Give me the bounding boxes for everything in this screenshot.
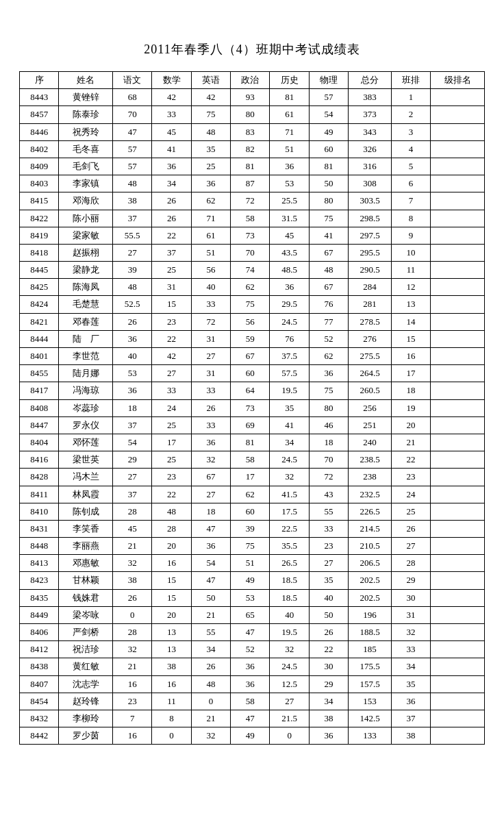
table-cell: 70 bbox=[113, 106, 152, 123]
table-cell: 8457 bbox=[20, 106, 59, 123]
table-row: 8419梁家敏55.52261734541297.59 bbox=[20, 227, 485, 244]
table-cell: 48 bbox=[113, 175, 152, 192]
col-header-chinese: 语文 bbox=[113, 72, 152, 89]
table-cell: 41 bbox=[152, 140, 191, 158]
table-cell: 56 bbox=[191, 262, 230, 279]
table-cell: 67 bbox=[309, 279, 348, 296]
table-cell: 62 bbox=[191, 192, 230, 210]
table-cell: 72 bbox=[191, 313, 230, 330]
table-cell: 24.5 bbox=[270, 658, 309, 675]
table-cell: 93 bbox=[231, 89, 270, 106]
table-cell: 严剑桥 bbox=[59, 624, 113, 641]
col-header-grade-rank: 级排名 bbox=[431, 72, 485, 89]
table-row: 8409毛剑飞5736258136813165 bbox=[20, 158, 485, 175]
table-cell: 41 bbox=[309, 227, 348, 244]
table-cell: 53 bbox=[113, 365, 152, 382]
table-cell bbox=[431, 192, 485, 210]
table-cell: 82 bbox=[231, 140, 270, 158]
table-cell: 39 bbox=[113, 262, 152, 279]
table-cell: 57.5 bbox=[270, 365, 309, 382]
table-cell: 8417 bbox=[20, 382, 59, 399]
table-cell: 87 bbox=[231, 175, 270, 192]
table-cell: 18 bbox=[391, 382, 430, 399]
table-cell: 65 bbox=[231, 606, 270, 623]
table-cell: 38 bbox=[152, 658, 191, 675]
scores-table: 序 姓名 语文 数学 英语 政治 历史 物理 总分 班排 级排名 8443黄锉锌… bbox=[19, 71, 485, 745]
table-cell: 8431 bbox=[20, 520, 59, 537]
table-cell: 175.5 bbox=[349, 658, 392, 675]
table-cell: 陈泰珍 bbox=[59, 106, 113, 123]
table-cell: 6 bbox=[391, 175, 430, 192]
table-cell: 58 bbox=[231, 210, 270, 227]
table-cell: 55 bbox=[309, 503, 348, 520]
table-cell: 34 bbox=[309, 693, 348, 710]
table-cell: 16 bbox=[152, 555, 191, 572]
table-cell: 185 bbox=[349, 641, 392, 658]
table-cell: 52.5 bbox=[113, 296, 152, 313]
table-cell bbox=[431, 244, 485, 261]
table-cell: 67 bbox=[191, 469, 230, 486]
table-row: 8407沈志学1616483612.529157.535 bbox=[20, 675, 485, 693]
table-cell: 2 bbox=[391, 106, 430, 123]
table-cell bbox=[431, 710, 485, 727]
table-cell: 28 bbox=[113, 624, 152, 641]
table-cell: 70 bbox=[231, 244, 270, 261]
table-cell: 54 bbox=[113, 434, 152, 451]
table-cell: 18.5 bbox=[270, 572, 309, 589]
table-cell: 373 bbox=[349, 106, 392, 123]
table-cell: 75 bbox=[231, 538, 270, 555]
table-row: 8444陆 厂36223159765227615 bbox=[20, 330, 485, 347]
table-cell: 祝洁珍 bbox=[59, 641, 113, 658]
table-cell: 8443 bbox=[20, 89, 59, 106]
table-cell: 238 bbox=[349, 469, 392, 486]
table-cell: 梁岑咏 bbox=[59, 606, 113, 623]
table-cell: 47 bbox=[231, 710, 270, 727]
table-cell: 邓怀莲 bbox=[59, 434, 113, 451]
table-cell: 81 bbox=[270, 89, 309, 106]
table-cell: 8401 bbox=[20, 348, 59, 365]
table-cell: 24 bbox=[152, 399, 191, 416]
table-cell: 80 bbox=[231, 106, 270, 123]
table-cell: 26 bbox=[113, 313, 152, 330]
table-cell: 梁静龙 bbox=[59, 262, 113, 279]
table-cell: 19.5 bbox=[270, 624, 309, 641]
table-cell: 毛冬喜 bbox=[59, 140, 113, 158]
table-cell: 16 bbox=[391, 348, 430, 365]
table-cell: 李丽燕 bbox=[59, 538, 113, 555]
table-cell: 48 bbox=[191, 675, 230, 693]
table-cell: 8428 bbox=[20, 469, 59, 486]
table-cell: 8425 bbox=[20, 279, 59, 296]
table-cell: 264.5 bbox=[349, 365, 392, 382]
table-cell: 8422 bbox=[20, 210, 59, 227]
table-cell: 21.5 bbox=[270, 710, 309, 727]
table-cell: 64 bbox=[231, 382, 270, 399]
table-cell: 61 bbox=[270, 106, 309, 123]
table-cell: 41 bbox=[270, 416, 309, 434]
table-cell: 32 bbox=[113, 555, 152, 572]
table-cell: 38 bbox=[113, 192, 152, 210]
table-cell: 303.5 bbox=[349, 192, 392, 210]
table-cell: 1 bbox=[391, 89, 430, 106]
table-row: 8431李笑香4528473922.533214.526 bbox=[20, 520, 485, 537]
page-title: 2011年春季八（4）班期中考试成绩表 bbox=[144, 41, 360, 58]
table-cell: 71 bbox=[270, 123, 309, 140]
table-cell: 60 bbox=[231, 503, 270, 520]
table-cell: 0 bbox=[191, 693, 230, 710]
table-cell: 26 bbox=[391, 520, 430, 537]
table-cell bbox=[431, 538, 485, 555]
table-cell: 45 bbox=[270, 227, 309, 244]
table-cell: 37 bbox=[113, 210, 152, 227]
table-row: 8447罗永仪37253369414625120 bbox=[20, 416, 485, 434]
table-cell: 55.5 bbox=[113, 227, 152, 244]
table-cell: 73 bbox=[231, 227, 270, 244]
table-cell: 36 bbox=[270, 158, 309, 175]
table-cell: 60 bbox=[231, 365, 270, 382]
table-cell: 75 bbox=[309, 210, 348, 227]
table-cell: 11 bbox=[152, 693, 191, 710]
table-cell: 40 bbox=[309, 589, 348, 606]
table-cell: 李家镇 bbox=[59, 175, 113, 192]
table-cell: 383 bbox=[349, 89, 392, 106]
table-cell bbox=[431, 572, 485, 589]
table-cell: 0 bbox=[270, 727, 309, 745]
table-cell: 59 bbox=[231, 330, 270, 347]
